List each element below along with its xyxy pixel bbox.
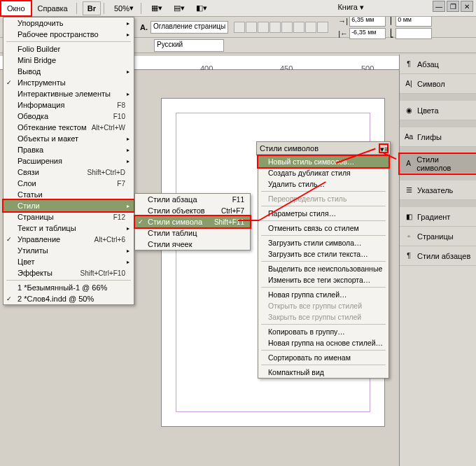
menu-item[interactable]: ✓2 *Слов4.indd @ 50% <box>4 293 134 304</box>
flyout-item[interactable]: Изменить все теги экспорта… <box>258 274 388 285</box>
menu-item[interactable]: ✓Инструменты <box>4 77 134 88</box>
align-justify-icon[interactable] <box>270 22 281 33</box>
menu-item[interactable]: ЭффектыShift+Ctrl+F10 <box>4 267 134 278</box>
menu-item[interactable]: СвязиShift+Ctrl+D <box>4 167 134 178</box>
flyout-item[interactable]: Новая группа стилей… <box>258 289 388 300</box>
menu-item[interactable]: Рабочее пространство▸ <box>4 29 134 40</box>
panel-label: Символ <box>417 80 445 88</box>
flyout-item[interactable]: Отменить связь со стилем <box>258 223 388 234</box>
bridge-button[interactable]: Br <box>83 1 101 15</box>
indent-right-input[interactable]: -6,35 мм <box>349 28 386 39</box>
minimize-button[interactable]: — <box>433 1 445 12</box>
align-left-icon[interactable] <box>234 22 245 33</box>
restore-button[interactable]: ❐ <box>447 1 459 12</box>
menu-item[interactable]: ИнформацияF8 <box>4 99 134 111</box>
submenu-item[interactable]: Стили объектовCtrl+F7 <box>135 205 250 216</box>
menu-item[interactable]: Цвет▸ <box>4 256 134 267</box>
menu-item[interactable]: Обтекание текстомAlt+Ctrl+W <box>4 122 134 133</box>
panel-tab[interactable]: ◧Градиент <box>400 207 476 227</box>
panel-tab[interactable]: AaГлифы <box>400 127 476 147</box>
panel-header[interactable]: Стили символов ▾≡ <box>257 142 390 155</box>
submenu-item[interactable]: ✓Стили символаShift+F11 <box>135 216 250 227</box>
menu-item[interactable]: Правка▸ <box>4 144 134 155</box>
panel-tab[interactable]: AСтили символов <box>400 154 476 174</box>
divider <box>76 3 77 14</box>
menu-item[interactable]: Текст и таблицы▸ <box>4 223 134 234</box>
menu-item[interactable]: СлоиF7 <box>4 178 134 189</box>
align-right-icon[interactable] <box>258 22 269 33</box>
menu-item[interactable]: СтраницыF12 <box>4 211 134 223</box>
view-tool-1[interactable]: ▦▾ <box>147 1 167 15</box>
indent-first-icon: ⎡ <box>390 16 394 25</box>
align-justify-last-left-icon[interactable] <box>281 22 293 33</box>
flyout-item[interactable]: Сортировать по именам <box>258 352 388 363</box>
menu-item[interactable]: Вывод▸ <box>4 66 134 77</box>
zoom-select[interactable]: 50% ▾ <box>110 1 138 15</box>
panel-label: Стили абзацев <box>417 252 470 260</box>
outline-select[interactable]: Оглавление страницы <box>150 21 228 34</box>
divider <box>104 3 104 14</box>
top-menubar: Окно Справка Br 50% ▾ ▦▾ ▤▾ ◧▾ Книга ▾ —… <box>0 0 476 17</box>
flyout-item: Открыть все группы стилей <box>258 300 388 311</box>
indent-last-input[interactable] <box>396 28 432 39</box>
menu-item[interactable]: ОбводкаF10 <box>4 111 134 122</box>
submenu-item[interactable]: Стили абзацаF11 <box>135 194 250 205</box>
indent-right-icon: |← <box>338 29 348 38</box>
menu-item[interactable]: Статьи <box>4 189 134 200</box>
panel-title: Стили символов <box>260 144 318 153</box>
workspace-switch[interactable]: Книга ▾ <box>337 3 364 12</box>
panel-tab[interactable]: ◉Цвета <box>400 101 476 120</box>
panel-icon: ¶ <box>404 251 414 261</box>
align-center-icon[interactable] <box>246 22 257 33</box>
panel-icon: A <box>404 159 413 169</box>
panel-label: Абзац <box>417 60 439 69</box>
panel-label: Глифы <box>417 133 442 141</box>
view-tool-2[interactable]: ▤▾ <box>169 1 189 15</box>
panel-tab[interactable]: A|Символ <box>400 74 476 94</box>
panel-label: Стили символов <box>416 155 472 172</box>
submenu-item[interactable]: Стили ячеек <box>135 239 250 250</box>
menu-item[interactable]: Объекты и макет▸ <box>4 133 134 144</box>
indent-left-icon: →| <box>338 17 348 25</box>
panel-label: Градиент <box>417 213 450 221</box>
align-justify-last-center-icon[interactable] <box>293 22 304 33</box>
flyout-item[interactable]: Компактный вид <box>258 367 388 378</box>
align-justify-last-right-icon[interactable] <box>305 22 316 33</box>
panel-tab[interactable]: ▫Страницы <box>400 227 476 246</box>
menu-item[interactable]: 1 *Безымянный-1 @ 66% <box>4 282 134 293</box>
close-button[interactable]: ✕ <box>461 1 473 12</box>
panel-icon: ▫ <box>404 232 414 241</box>
indent-last-icon: ⎣ <box>390 29 394 38</box>
menu-item[interactable]: ✓УправлениеAlt+Ctrl+6 <box>4 234 134 245</box>
window-menu-dropdown: Упорядочить▸Рабочее пространство▸Folio B… <box>3 17 134 305</box>
menu-item[interactable]: Folio Builder <box>4 43 134 55</box>
flyout-item[interactable]: Копировать в группу… <box>258 326 388 337</box>
view-tool-3[interactable]: ◧▾ <box>192 1 211 15</box>
flyout-item[interactable]: Загрузить стили символа… <box>258 237 388 248</box>
flyout-item[interactable]: Загрузить все стили текста… <box>258 248 388 260</box>
flyout-item[interactable]: Выделить все неиспользованные <box>258 263 388 274</box>
flyout-item: Закрыть все группы стилей <box>258 311 388 323</box>
menu-item[interactable]: Интерактивные элементы▸ <box>4 88 134 99</box>
panel-icon: Aa <box>404 132 414 142</box>
panel-tab[interactable]: ¶Абзац <box>400 55 476 74</box>
menu-item[interactable]: Расширения▸ <box>4 155 134 167</box>
panel-tab[interactable]: ¶Стили абзацев <box>400 246 476 266</box>
flyout-item[interactable]: Новая группа на основе стилей… <box>258 337 388 348</box>
character-styles-panel[interactable]: Стили символов ▾≡ <box>256 141 391 155</box>
panel-flyout-button[interactable]: ▾≡ <box>379 143 388 153</box>
menu-item[interactable]: Стили▸ <box>4 200 134 211</box>
panel-tab[interactable]: ☰Указатель <box>400 181 476 200</box>
language-select[interactable]: Русский <box>154 39 224 52</box>
panel-icon: A| <box>404 79 414 89</box>
submenu-item[interactable]: Стили таблиц <box>135 227 250 239</box>
flyout-item[interactable]: Создать дубликат стиля <box>258 167 388 178</box>
flyout-item[interactable]: Новый стиль символов… <box>258 156 388 167</box>
menu-item[interactable]: Mini Bridge <box>4 55 134 66</box>
panel-icon: ¶ <box>404 59 414 69</box>
menu-item[interactable]: Упорядочить▸ <box>4 17 134 29</box>
menu-item[interactable]: Утилиты▸ <box>4 245 134 256</box>
menu-window[interactable]: Окно <box>0 0 32 17</box>
align-away-spine-icon[interactable] <box>317 22 328 33</box>
menu-help[interactable]: Справка <box>32 1 74 15</box>
